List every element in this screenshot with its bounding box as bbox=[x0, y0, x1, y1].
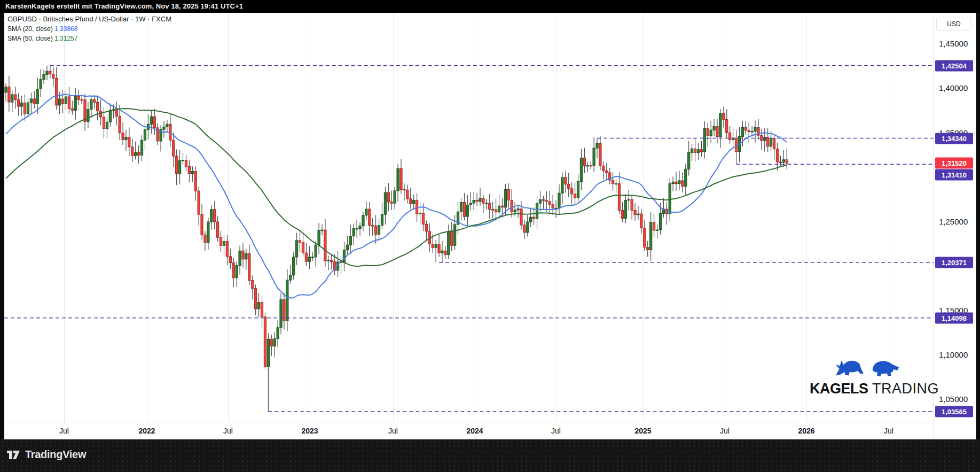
wicks-layer bbox=[6, 66, 787, 412]
time-axis-label[interactable]: Jul bbox=[884, 427, 893, 435]
level-lines[interactable] bbox=[4, 66, 934, 412]
price-axis-label: 1,45000 bbox=[939, 39, 968, 48]
candles-layer bbox=[5, 71, 788, 367]
price-level-badge: 1,34340 bbox=[935, 133, 973, 144]
price-axis-label: 1,05000 bbox=[939, 394, 968, 404]
time-axis-label[interactable]: Jul bbox=[720, 427, 730, 435]
tradingview-logo[interactable]: TradingView bbox=[7, 448, 86, 461]
price-level-badge: 1,42504 bbox=[935, 60, 973, 71]
watermark-text: KAGELS TRADING bbox=[810, 381, 924, 397]
price-axis-label: 1,40000 bbox=[939, 83, 968, 92]
time-axis-label[interactable]: 2024 bbox=[466, 427, 483, 435]
current-price-badge: 1,31520 bbox=[935, 158, 973, 169]
tradingview-logo-icon bbox=[7, 450, 21, 460]
sma50-value: 1,31257 bbox=[54, 35, 77, 42]
sma50-legend-row[interactable]: SMA (50, close) 1,31257 bbox=[7, 35, 171, 42]
footer-bar: TradingView bbox=[0, 439, 980, 472]
attribution-bar: KarstenKagels erstellt mit TradingView.c… bbox=[0, 0, 980, 13]
sma50-label: SMA (50, close) bbox=[7, 35, 53, 42]
price-level-badge: 1,31410 bbox=[935, 169, 973, 180]
grid-layer bbox=[65, 13, 889, 423]
price-level-badge: 1,03565 bbox=[935, 406, 973, 417]
time-axis-label[interactable]: 2023 bbox=[301, 427, 318, 435]
sma20-label: SMA (20, close) bbox=[7, 25, 53, 33]
time-axis-label[interactable]: 2026 bbox=[798, 427, 814, 435]
bear-icon bbox=[871, 358, 900, 380]
tradingview-logo-text: TradingView bbox=[25, 448, 86, 461]
currency-button[interactable]: USD bbox=[936, 18, 971, 31]
sma20-value: 1,33868 bbox=[54, 25, 77, 33]
chart-area[interactable]: GBPUSD · Britisches Pfund / US-Dollar · … bbox=[4, 13, 976, 439]
time-axis-label[interactable]: Jul bbox=[551, 427, 561, 435]
price-chart-canvas[interactable] bbox=[4, 13, 934, 423]
symbol-title[interactable]: GBPUSD · Britisches Pfund / US-Dollar · … bbox=[7, 15, 171, 23]
sma20-legend-row[interactable]: SMA (20, close) 1,33868 bbox=[7, 25, 171, 33]
attribution-text: KarstenKagels erstellt mit TradingView.c… bbox=[5, 2, 243, 10]
price-axis-label: 1,10000 bbox=[939, 350, 968, 359]
price-axis[interactable]: USD 1,450001,400001,350001,250001,150001… bbox=[934, 13, 976, 439]
watermark-icons bbox=[810, 356, 924, 380]
tradingview-chart-screenshot: KarstenKagels erstellt mit TradingView.c… bbox=[0, 0, 980, 472]
kagels-trading-watermark: KAGELS TRADING bbox=[810, 356, 924, 397]
time-axis-label[interactable]: 2025 bbox=[634, 427, 651, 435]
watermark-trading: TRADING bbox=[872, 381, 939, 397]
price-level-badge: 1,20371 bbox=[935, 257, 973, 268]
chart-legend: GBPUSD · Britisches Pfund / US-Dollar · … bbox=[7, 15, 171, 44]
watermark-kagels: KAGELS bbox=[810, 381, 868, 397]
time-axis[interactable]: Jul2022Jul2023Jul2024Jul2025Jul2026Jul bbox=[4, 423, 934, 440]
bull-icon bbox=[834, 358, 865, 380]
time-axis-label[interactable]: Jul bbox=[388, 427, 398, 435]
time-axis-label[interactable]: Jul bbox=[223, 427, 233, 435]
price-level-badge: 1,14098 bbox=[935, 312, 973, 323]
time-axis-label[interactable]: Jul bbox=[59, 427, 69, 435]
price-axis-label: 1,25000 bbox=[939, 216, 968, 226]
time-axis-label[interactable]: 2022 bbox=[138, 427, 155, 435]
